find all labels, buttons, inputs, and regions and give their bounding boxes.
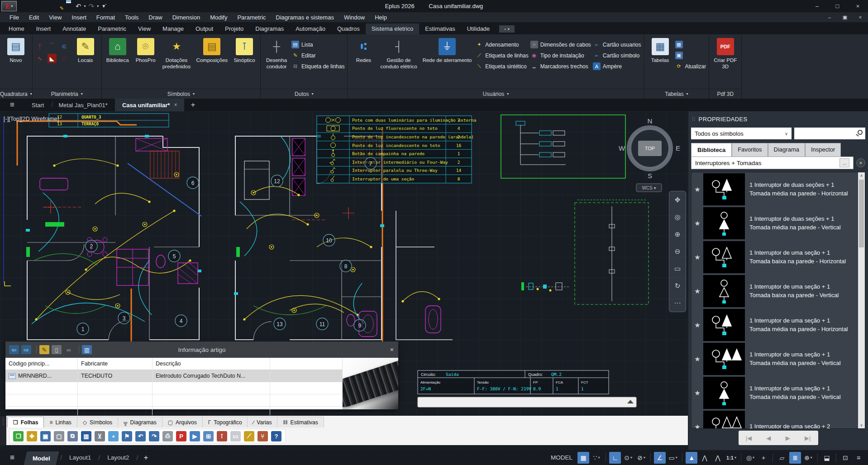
dock-tab-varias[interactable]: ∕Varias	[248, 417, 277, 427]
dock-tab-s-mbolos[interactable]: ◇Símbolos	[77, 417, 118, 427]
ribbon-tab-automação[interactable]: Automação	[290, 24, 331, 34]
ribbon-button-cartão-usuarios[interactable]: ⤜Cartão usuarios	[593, 41, 641, 48]
navigation-toolbar[interactable]: ✥ ◎ ⊕ ⊖ ▭ ↻ ⋯	[669, 191, 686, 312]
undo-caret-icon[interactable]: ▾	[84, 4, 86, 8]
article-table[interactable]: Código princip...FabricanteDescriçãoMRNN…	[5, 358, 342, 409]
favorite-star-icon[interactable]: ★	[692, 389, 703, 397]
osnap-icon[interactable]: ∠	[654, 452, 666, 464]
menu-edit[interactable]: Edit	[24, 13, 44, 22]
attach-icon[interactable]: ⊻	[95, 431, 105, 441]
crosshair-icon[interactable]: +	[758, 452, 769, 464]
ribbon-button-tabelas[interactable]: ▦Tabelas	[647, 37, 673, 86]
table-row[interactable]: MRNNBRD...TECHDUTOEletroduto Corrugado T…	[5, 370, 342, 382]
library-item[interactable]: ★1 Interruptor de uma seção + 1Tomada mé…	[692, 376, 865, 410]
list-scrollbar[interactable]: ∧ ∨	[858, 172, 865, 428]
scroll-down-icon[interactable]: ∨	[858, 423, 865, 427]
favorite-star-icon[interactable]: ★	[692, 185, 703, 194]
app-logo-button[interactable]: E ▾	[1, 1, 17, 11]
zoom-window-icon[interactable]: ▭	[674, 265, 681, 273]
segment-icon[interactable]: ⋐	[60, 42, 69, 51]
viewport-label[interactable]: [-][Top][2D Wireframe]	[4, 116, 59, 122]
dock-tab-linhas[interactable]: ≡Linhas	[44, 417, 77, 427]
polar-icon[interactable]: ⊙▾	[622, 452, 634, 464]
ribbon-tab-parametric[interactable]: Parametric	[92, 24, 132, 34]
panel-footer-quadratura[interactable]: Quadratura▾	[0, 89, 32, 99]
orbit-icon[interactable]: ↻	[675, 282, 681, 290]
ribbon-button-table-save-icon[interactable]: ▣	[675, 52, 706, 59]
library-item[interactable]: ★1 Interruptor de uma seção + 1Tomada ba…	[692, 240, 865, 274]
ribbon-tab-view[interactable]: View	[132, 24, 157, 34]
ribbon-button-composições[interactable]: ▤Composições	[194, 37, 229, 86]
panel-footer-pdf-3d[interactable]: Pdf 3D	[709, 89, 741, 99]
ribbon-button-editar[interactable]: ✎Editar	[291, 52, 344, 59]
menu-insert[interactable]: Insert	[67, 13, 91, 22]
ribbon-tab-output[interactable]: Output	[190, 24, 219, 34]
ribbon-button-rede-de-aterramento[interactable]: ⏚Rede de aterramento	[421, 37, 474, 86]
attach-icon[interactable]: ▯	[52, 345, 62, 354]
ruler-icon[interactable]: ⊺	[217, 431, 227, 441]
wrench-icon[interactable]: ⑂	[258, 431, 268, 441]
doc-tab-casa-unifamiliar-[interactable]: Casa unifamiliar*×	[115, 99, 185, 111]
doc-close-button[interactable]: ×	[853, 12, 868, 22]
snap-marker2-icon[interactable]: ⋀	[712, 452, 724, 464]
layout-tab-layout2[interactable]: Layout2	[100, 450, 136, 465]
ribbon-button-biblioteca[interactable]: ⌂Biblioteca	[105, 37, 131, 86]
menu-diagramas-e-sistemas[interactable]: Diagramas e sistemas	[271, 13, 339, 22]
properties-header[interactable]: ⁞⁞ PROPRIEDADES	[688, 111, 868, 127]
favorite-star-icon[interactable]: ★	[692, 287, 703, 295]
workspace-icon[interactable]: ⬓	[821, 452, 833, 464]
new-layout-button[interactable]: +	[138, 453, 154, 462]
redo-caret-icon[interactable]: ▾	[97, 4, 99, 8]
open-file-icon[interactable]	[32, 3, 40, 10]
ribbon-tab-manage[interactable]: Manage	[157, 24, 190, 34]
library-item[interactable]: ★1 Interruptor de uma seção + 1Tomada ba…	[692, 274, 865, 308]
ribbon-button-tipo-de-instalação[interactable]: ◉Tipo de instalação	[530, 52, 591, 59]
ribbon-button-atualizar[interactable]: ⟳Atualizar	[675, 62, 706, 70]
ribbon-button-dotações-predefinidos[interactable]: ★Dotações predefinidos	[161, 37, 193, 86]
selection-icon[interactable]: ▭▾	[667, 452, 679, 464]
arc-icon[interactable]: ⌒	[48, 42, 57, 51]
menu-icon[interactable]: ≡	[853, 452, 864, 464]
collapsed-panel-bar[interactable]	[418, 397, 636, 407]
blank-icon[interactable]: ▭	[230, 431, 241, 441]
article-info-titlebar[interactable]: ⇦ ⇨ ✎ ▯ ∞ ▥ Informação artigo ×	[5, 342, 398, 358]
doc-tab-metal-jas-plan01-[interactable]: Metal Jas_Plan01*/	[51, 99, 114, 111]
ribbon-button-novo[interactable]: ▤Novo	[3, 37, 29, 86]
library-item[interactable]: ★1 Interruptor de uma seção + 2	[692, 410, 865, 429]
copy-pages-icon[interactable]: ⧉	[67, 431, 78, 441]
ribbon-button-etiqueta-de-linhas[interactable]: ⟋Etiqueta de linhas	[475, 52, 528, 59]
doc-restore-button[interactable]: ▣	[837, 12, 853, 22]
ribbon-button-phospro[interactable]: ⌾PhosPro	[133, 37, 159, 86]
redo-icon[interactable]: ↷	[149, 431, 159, 441]
tab-biblioteca[interactable]: Biblioteca	[691, 143, 732, 157]
close-icon[interactable]: ×	[390, 346, 394, 353]
dock-tab-topogr-fico[interactable]: ΓTopográfico	[203, 417, 248, 427]
ribbon-tab-utilidade[interactable]: Utilidade	[461, 24, 496, 34]
snap-icon[interactable]: ∵▾	[591, 452, 602, 464]
settings-icon[interactable]: ◎▾	[744, 452, 756, 464]
scroll-up-icon[interactable]: ∧	[858, 173, 865, 178]
undo-icon[interactable]: ↶	[135, 431, 146, 441]
maximize-button[interactable]: □	[827, 0, 848, 12]
tab-inspector[interactable]: Inspector	[805, 143, 841, 157]
import-icon[interactable]: ⇦	[9, 345, 19, 354]
menu-parametric[interactable]: Parametric	[232, 13, 271, 22]
panel-footer-dutos[interactable]: Dutos▾	[261, 89, 347, 99]
new-doc-tab-button[interactable]: +	[184, 99, 201, 111]
menu-tools[interactable]: Tools	[120, 13, 143, 22]
menu-format[interactable]: Format	[91, 13, 120, 22]
ribbon-button-criar-pdf-3d[interactable]: PDFCriar PDF 3D	[712, 37, 739, 86]
columns-icon[interactable]: ▥	[82, 345, 92, 354]
ribbon-tab-annotate[interactable]: Annotate	[57, 24, 92, 34]
undo-icon[interactable]: ↶	[76, 3, 81, 10]
favorite-star-icon[interactable]: ★	[692, 253, 703, 261]
menu-dimension[interactable]: Dimension	[167, 13, 205, 22]
library-item[interactable]: ★1 Interruptor de uma seção + 1Tomada mé…	[692, 308, 865, 342]
dock-tab-folhas[interactable]: ❒Folhas	[7, 417, 44, 427]
save-as-icon[interactable]	[54, 3, 62, 10]
toolbar-options-icon[interactable]: ▼̄	[101, 3, 106, 10]
ribbon-button-etiqueta-sintético[interactable]: ⟍Etiqueta sintético	[475, 62, 528, 70]
close-button[interactable]: ×	[848, 0, 868, 12]
save-icon[interactable]: ▣	[40, 431, 51, 441]
ribbon-button-desenha-condutor[interactable]: ┼Desenha condutor	[263, 37, 290, 86]
